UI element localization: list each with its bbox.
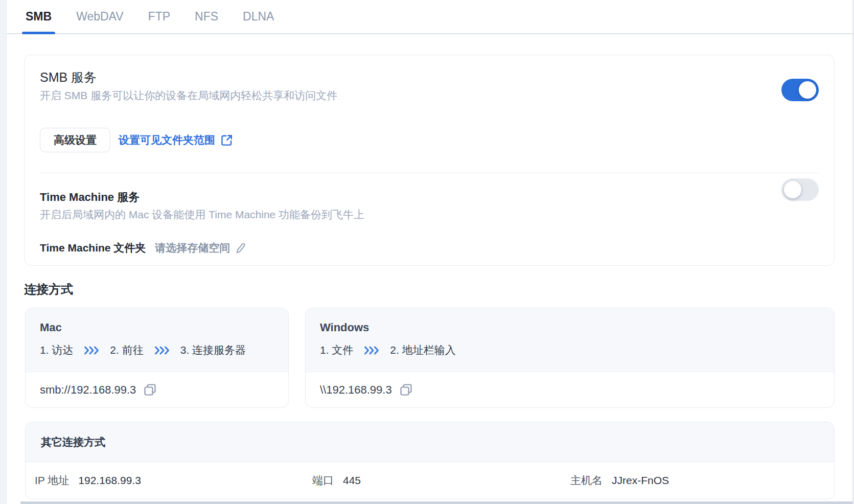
mac-smb-address: smb://192.168.99.3 <box>40 383 136 397</box>
port-field: 端口 445 <box>312 473 361 488</box>
tab-ftp[interactable]: FTP <box>148 0 170 33</box>
windows-smb-address: \\192.168.99.3 <box>320 383 392 397</box>
time-machine-folder-label: Time Machine 文件夹 <box>40 241 146 255</box>
port-value: 445 <box>343 474 361 487</box>
chevron-triple-icon <box>364 346 379 355</box>
visible-folders-link-label: 设置可见文件夹范围 <box>119 133 215 147</box>
advanced-settings-button[interactable]: 高级设置 <box>40 128 110 152</box>
protocol-tabbar: SMB WebDAV FTP NFS DLNA <box>7 0 852 34</box>
windows-steps-row: 1. 文件 2. 地址栏输入 <box>320 343 820 357</box>
time-machine-toggle[interactable] <box>781 178 819 201</box>
ip-address-label: IP 地址 <box>35 473 69 488</box>
card-divider <box>40 173 819 173</box>
mac-steps-row: 1. 访达 2. 前往 3. 连接服务器 <box>40 343 274 357</box>
smb-service-toggle[interactable] <box>781 79 819 101</box>
tab-dlna[interactable]: DLNA <box>243 0 274 33</box>
time-machine-folder-placeholder: 请选择存储空间 <box>155 241 230 255</box>
hostname-field: 主机名 JJrex-FnOS <box>570 473 669 488</box>
hostname-value: JJrex-FnOS <box>612 474 669 487</box>
ip-address-value: 192.168.99.3 <box>78 474 141 487</box>
hostname-label: 主机名 <box>570 473 603 488</box>
mac-step: 3. 连接服务器 <box>180 343 246 357</box>
other-connection-row: IP 地址 192.168.99.3 端口 445 主机名 JJrex-FnOS <box>26 462 834 499</box>
windows-step: 1. 文件 <box>320 343 353 357</box>
windows-connection-card: Windows 1. 文件 2. 地址栏输入 \\192.168.99.3 <box>305 308 835 408</box>
smb-actions-row: 高级设置 设置可见文件夹范围 <box>40 128 819 152</box>
copy-icon <box>143 383 157 397</box>
time-machine-folder-row: Time Machine 文件夹 请选择存储空间 <box>40 241 819 255</box>
tab-nfs[interactable]: NFS <box>195 0 218 33</box>
windows-card-body: \\192.168.99.3 <box>306 372 834 407</box>
chevron-triple-icon <box>84 346 99 355</box>
windows-card-title: Windows <box>320 320 820 335</box>
port-label: 端口 <box>312 473 334 488</box>
time-machine-title: Time Machine 服务 <box>40 190 819 205</box>
mac-step: 1. 访达 <box>40 343 73 357</box>
connection-section-heading: 连接方式 <box>24 281 73 297</box>
edit-pencil-icon[interactable] <box>235 242 246 254</box>
other-connection-title: 其它连接方式 <box>41 435 105 449</box>
smb-service-description: 开启 SMB 服务可以让你的设备在局域网内轻松共享和访问文件 <box>40 88 819 103</box>
visible-folders-link[interactable]: 设置可见文件夹范围 <box>119 133 233 147</box>
mac-card-title: Mac <box>40 320 274 335</box>
smb-service-title: SMB 服务 <box>40 68 819 86</box>
windows-card-header: Windows 1. 文件 2. 地址栏输入 <box>306 308 834 372</box>
mac-card-header: Mac 1. 访达 2. 前往 3. 连接服务器 <box>26 308 288 372</box>
copy-mac-address-button[interactable] <box>143 383 157 397</box>
copy-icon <box>399 383 413 397</box>
other-connection-card: 其它连接方式 IP 地址 192.168.99.3 端口 445 主机名 JJr… <box>25 422 835 499</box>
time-machine-description: 开启后局域网内的 Mac 设备能使用 Time Machine 功能备份到飞牛上 <box>40 207 819 222</box>
bottom-cropped-element-edge <box>20 501 852 504</box>
toggle-knob <box>799 81 816 99</box>
windows-step: 2. 地址栏输入 <box>390 343 455 357</box>
external-link-icon <box>221 134 233 146</box>
other-connection-header: 其它连接方式 <box>26 422 834 462</box>
tab-webdav[interactable]: WebDAV <box>76 0 123 33</box>
copy-windows-address-button[interactable] <box>399 383 413 397</box>
tab-smb[interactable]: SMB <box>26 0 52 33</box>
smb-settings-page: SMB WebDAV FTP NFS DLNA SMB 服务 开启 SMB 服务… <box>0 0 854 504</box>
ip-address-field: IP 地址 192.168.99.3 <box>35 473 141 488</box>
time-machine-folder-select[interactable]: 请选择存储空间 <box>155 241 246 255</box>
mac-connection-card: Mac 1. 访达 2. 前往 3. 连接服务器 smb://192.168.9 <box>25 308 289 408</box>
mac-card-body: smb://192.168.99.3 <box>26 372 288 407</box>
smb-service-card: SMB 服务 开启 SMB 服务可以让你的设备在局域网内轻松共享和访问文件 高级… <box>24 55 835 266</box>
left-panel-edge <box>0 0 7 504</box>
mac-step: 2. 前往 <box>110 343 143 357</box>
chevron-triple-icon <box>154 346 170 355</box>
toggle-knob <box>784 181 801 198</box>
